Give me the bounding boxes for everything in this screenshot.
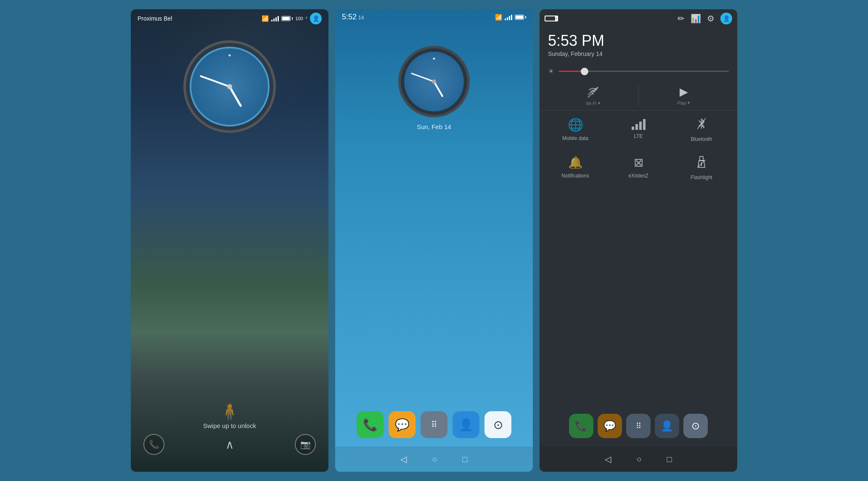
app-dock: 📞 💬 ⠿ 👤 ⊙	[335, 407, 533, 442]
contacts-app-notif[interactable]: 👤	[655, 414, 679, 438]
recents-button[interactable]: □	[463, 455, 468, 464]
status-icons-home: 📶	[495, 14, 526, 21]
mobile-data-tile[interactable]: 🌐 Mobile data	[544, 117, 607, 142]
wifi-label-row: Wi-Fi ▾	[586, 100, 601, 106]
notifications-label: Notifications	[561, 173, 589, 179]
phone-button[interactable]: 📞	[143, 434, 164, 455]
svg-rect-2	[700, 156, 703, 161]
brightness-slider[interactable]	[559, 71, 729, 72]
bell-icon: 🔔	[568, 156, 583, 169]
flashlight-tile[interactable]: Flashlight	[670, 156, 733, 180]
existenz-label: eXistenZ	[628, 173, 648, 179]
time-value: 5:52	[342, 13, 357, 21]
wifi-tile[interactable]: Wi-Fi ▾	[548, 85, 638, 106]
brightness-icon: ☀	[548, 67, 554, 75]
bluetooth-tile[interactable]: Bluetooth	[670, 117, 733, 142]
recents-button-notif[interactable]: □	[667, 455, 672, 464]
notification-time-area: 5:53 PM Sunday, February 14	[540, 28, 737, 61]
grid-row-2: 🔔 Notifications ⊠ eXistenZ Flashlight	[540, 149, 737, 187]
chart-icon[interactable]: 📊	[691, 13, 701, 24]
notification-dock: 📞 💬 ⠿ 👤 ⊙	[540, 410, 737, 442]
back-button[interactable]: ◁	[400, 454, 407, 464]
signal-bar-1	[505, 18, 506, 20]
lock-bottom-controls: 📞 ∧ 📷	[131, 426, 328, 463]
notification-date: Sunday, February 14	[548, 50, 729, 57]
lte-bar-3	[639, 122, 642, 130]
play-icon: ▶	[680, 85, 688, 98]
play-label-row: Play ▾	[677, 100, 690, 106]
brightness-row: ☀	[540, 61, 737, 81]
phone-app-notif[interactable]: 📞	[569, 414, 593, 438]
battery-box	[281, 16, 291, 21]
home-clock-widget	[398, 46, 470, 117]
notification-top-bar: + ✏ 📊 ⚙ 👤	[540, 9, 737, 28]
battery-fill-notif	[545, 16, 555, 21]
bluetooth-icon	[696, 117, 707, 133]
settings-icon[interactable]: ⚙	[707, 13, 715, 24]
phone-app-icon[interactable]: 📞	[357, 411, 384, 438]
home-button[interactable]: ○	[432, 455, 437, 464]
contacts-app-icon[interactable]: 👤	[453, 411, 479, 438]
bluetooth-label: Bluetooth	[691, 136, 712, 142]
grid-row-1: 🌐 Mobile data LTE Bluetooth	[540, 111, 737, 149]
home-clock-top-marker	[433, 58, 435, 60]
edit-icon[interactable]: ✏	[677, 13, 685, 24]
mobile-data-label: Mobile data	[562, 135, 588, 141]
play-tile[interactable]: ▶ Play ▾	[639, 85, 729, 106]
existenz-icon: ⊠	[634, 156, 643, 169]
home-date: Sun, Feb 14	[417, 123, 451, 130]
signal-icon-home	[505, 14, 512, 20]
home-clock-center	[432, 79, 436, 84]
signal-bar-2	[507, 17, 508, 20]
mobile-data-icon: 🌐	[568, 117, 583, 132]
background-person: 🧍	[131, 402, 328, 421]
camera-button[interactable]: 📷	[295, 434, 316, 455]
home-clock-face	[404, 52, 464, 111]
battery-tip-home	[525, 16, 526, 18]
existenz-tile[interactable]: ⊠ eXistenZ	[607, 156, 670, 180]
hour-hand	[229, 86, 242, 107]
notification-time: 5:53 PM	[548, 32, 729, 50]
apps-drawer-notif[interactable]: ⠿	[626, 414, 651, 438]
flashlight-icon	[697, 156, 706, 171]
status-bar-home: 5:52 14 📶	[335, 9, 533, 25]
lte-bar-4	[643, 119, 646, 130]
battery-icon-home	[515, 15, 526, 20]
play-label: Play	[677, 100, 686, 106]
user-avatar-notif[interactable]: 👤	[720, 13, 732, 24]
battery-fill	[282, 17, 290, 20]
home-hour-hand	[433, 81, 443, 97]
wifi-play-row: Wi-Fi ▾ ▶ Play ▾	[540, 81, 737, 111]
clock-face	[190, 47, 270, 127]
up-arrow-icon: ∧	[225, 438, 234, 452]
back-button-notif[interactable]: ◁	[605, 454, 611, 464]
wifi-off-icon	[587, 85, 599, 99]
lte-tile[interactable]: LTE	[607, 117, 670, 142]
clock-widget	[183, 40, 276, 133]
navigation-bar-notif: ◁ ○ □	[540, 447, 737, 472]
signal-bar-4	[511, 15, 512, 20]
chat-app-notif[interactable]: 💬	[598, 414, 622, 438]
home-minute-hand	[411, 73, 434, 82]
chat-app-icon[interactable]: 💬	[389, 411, 415, 438]
apps-drawer-icon[interactable]: ⠿	[421, 411, 447, 438]
play-dropdown: ▾	[688, 100, 690, 106]
home-clock-area: Sun, Feb 14	[335, 25, 533, 130]
camera-app-notif[interactable]: ⊙	[683, 414, 708, 438]
notifications-tile[interactable]: 🔔 Notifications	[544, 156, 607, 180]
clock-center	[227, 84, 232, 89]
lte-bar-2	[635, 124, 638, 130]
notification-panel: + ✏ 📊 ⚙ 👤 5:53 PM Sunday, February 14 ☀	[540, 9, 737, 472]
person-icon: 🧍	[219, 402, 240, 421]
camera-app-icon[interactable]: ⊙	[484, 411, 511, 438]
wifi-label: Wi-Fi	[586, 101, 597, 106]
status-time: 5:52 14	[342, 13, 364, 21]
time-suffix: 14	[358, 15, 364, 21]
wifi-dropdown: ▾	[598, 100, 601, 106]
home-screen-panel: 5:52 14 📶	[335, 9, 533, 472]
battery-fill-home	[516, 16, 523, 19]
battery-plus: +	[556, 17, 557, 20]
lte-icon	[632, 117, 646, 130]
home-button-notif[interactable]: ○	[636, 455, 641, 464]
battery-box-home	[515, 15, 524, 20]
